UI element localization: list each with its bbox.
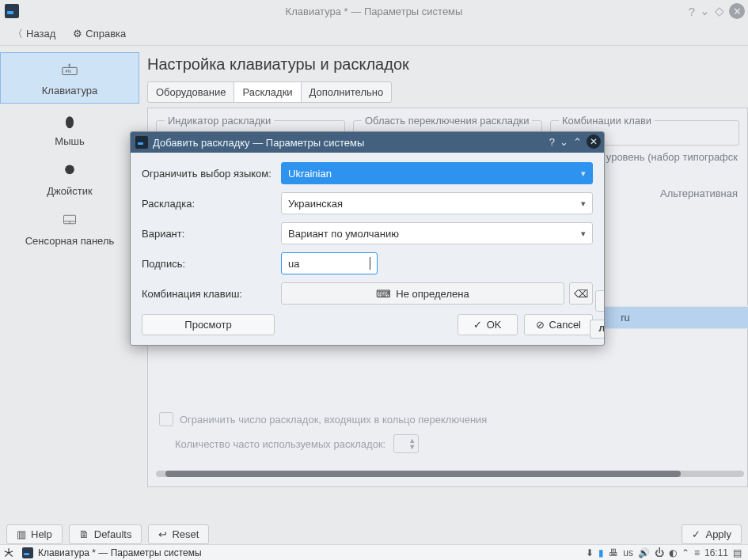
- taskbar-entry[interactable]: Клавиатура * — Параметры системы: [17, 547, 207, 558]
- svg-point-2: [66, 116, 74, 128]
- spinner-arrows-icon: ▲▼: [408, 437, 416, 450]
- tray-menu-icon[interactable]: ≡: [694, 547, 700, 558]
- check-icon: ✓: [692, 528, 701, 540]
- task-app-icon: [22, 547, 33, 558]
- window-titlebar: Клавиатура * — Параметры системы ? ⌄ ◇ ✕: [0, 0, 748, 22]
- dialog-help-icon[interactable]: ?: [549, 136, 555, 148]
- layout-combo[interactable]: Украинская ▾: [281, 192, 593, 214]
- sidebar-item-label: Мышь: [55, 135, 84, 147]
- sidebar-item-label: Джойстик: [47, 185, 92, 197]
- tray-printer-icon[interactable]: 🖶: [609, 547, 618, 558]
- app-icon: [5, 4, 19, 18]
- sidebar-item-label: Сенсорная панель: [25, 235, 115, 247]
- taskbar: Клавиатура * — Параметры системы ⬇ ▮ 🖶 u…: [0, 544, 748, 560]
- sidebar: FN Клавиатура Мышь Джойстик Сенсорная па…: [0, 46, 139, 524]
- chevron-down-icon: ▾: [581, 199, 586, 209]
- tab-layouts[interactable]: Раскладки: [234, 82, 301, 102]
- tray-volume-icon[interactable]: 🔊: [638, 547, 650, 558]
- caption-label: Подпись:: [142, 258, 281, 270]
- tab-hardware[interactable]: Оборудование: [148, 82, 234, 102]
- alt-label: Альтернативная: [660, 187, 738, 199]
- back-button[interactable]: 〈 Назад: [8, 24, 60, 44]
- shortcut-value: Не определена: [396, 288, 469, 300]
- tray-network-icon[interactable]: ⏻: [655, 547, 664, 558]
- language-combo[interactable]: Ukrainian ▾: [281, 162, 593, 184]
- apply-button[interactable]: ✓ Apply: [682, 524, 742, 544]
- tray-layout-indicator[interactable]: us: [623, 547, 633, 558]
- scrollbar-thumb[interactable]: [165, 471, 681, 477]
- close-icon[interactable]: ✕: [729, 3, 745, 19]
- variant-value: Вариант по умолчанию: [288, 228, 399, 240]
- system-tray: ⬇ ▮ 🖶 us 🔊 ⏻ ◐ ⌃ ≡ 16:11 ▤: [579, 547, 748, 558]
- preview-button-fragment[interactable]: отр: [595, 290, 605, 312]
- tray-clock[interactable]: 16:11: [704, 547, 728, 558]
- help-icon[interactable]: ?: [689, 5, 695, 18]
- sidebar-item-keyboard[interactable]: FN Клавиатура: [0, 52, 139, 104]
- task-label: Клавиатура * — Параметры системы: [38, 547, 202, 558]
- tray-update-icon[interactable]: ⬇: [586, 547, 594, 558]
- language-label: Ограничить выбор языком:: [142, 168, 281, 180]
- toolbar: 〈 Назад ⚙ Справка: [0, 22, 748, 46]
- tray-chevron-up-icon[interactable]: ⌃: [682, 547, 689, 558]
- language-value: Ukrainian: [288, 168, 332, 180]
- chevron-left-icon: 〈: [13, 27, 23, 41]
- page-title: Настройка клавиатуры и раскладок: [147, 55, 748, 74]
- dialog-titlebar[interactable]: Добавить раскладку — Параметры системы ?…: [131, 132, 604, 153]
- limit-label: Ограничить число раскладок, входящих в к…: [180, 414, 487, 426]
- cancel-icon: ⊘: [536, 319, 545, 331]
- limit-checkbox[interactable]: [159, 412, 173, 426]
- limit-row: Ограничить число раскладок, входящих в к…: [159, 412, 487, 426]
- reset-button[interactable]: ↩ Reset: [148, 524, 209, 544]
- defaults-button[interactable]: 🗎 Defaults: [69, 524, 142, 544]
- help-label: Справка: [85, 28, 126, 40]
- window-title: Клавиатура * — Параметры системы: [286, 6, 463, 17]
- caption-input[interactable]: ua: [281, 252, 378, 274]
- sidebar-item-label: Клавиатура: [42, 85, 97, 96]
- tab-bar: Оборудование Раскладки Дополнительно: [147, 81, 392, 103]
- text-cursor-icon: [370, 257, 370, 270]
- variant-combo[interactable]: Вариант по умолчанию ▾: [281, 222, 593, 244]
- minimize-icon[interactable]: ⌄: [700, 4, 710, 18]
- sidebar-item-joystick[interactable]: Джойстик: [0, 153, 139, 203]
- chevron-down-icon: ▾: [581, 229, 586, 239]
- tray-panel-icon[interactable]: ▤: [733, 547, 742, 558]
- dialog-close-icon[interactable]: ✕: [587, 134, 601, 149]
- cancel-button[interactable]: ⊘ Cancel: [524, 314, 593, 335]
- count-row: Количество часто используемых раскладок:…: [175, 434, 419, 453]
- clear-shortcut-button[interactable]: ⌫: [569, 282, 593, 305]
- dialog-max-icon[interactable]: ⌃: [573, 136, 582, 148]
- keyboard-icon: ⌨: [376, 288, 391, 300]
- layout-value: Украинская: [288, 198, 343, 210]
- help-button[interactable]: ⚙ Справка: [68, 25, 131, 43]
- preview-button[interactable]: Просмотр: [142, 314, 275, 335]
- kde-menu-icon[interactable]: [0, 545, 17, 561]
- gear-icon: ⚙: [73, 28, 82, 40]
- chevron-down-icon: ▾: [581, 168, 586, 179]
- mouse-icon: [59, 110, 81, 132]
- count-label: Количество часто используемых раскладок:: [175, 438, 385, 450]
- level-label: уровень (набор типографск: [606, 151, 738, 163]
- backspace-icon: ⌫: [574, 288, 588, 300]
- joystick-icon: [59, 160, 81, 182]
- tray-battery-icon[interactable]: ◐: [669, 547, 677, 558]
- ok-button[interactable]: ✓ OK: [458, 314, 518, 335]
- document-icon: 🗎: [79, 528, 89, 540]
- help-book-icon: ▥: [17, 528, 26, 540]
- dialog-title: Добавить раскладку — Параметры системы: [153, 137, 364, 149]
- svg-point-3: [65, 165, 74, 175]
- tab-advanced[interactable]: Дополнительно: [302, 82, 392, 102]
- count-spinner[interactable]: ▲▼: [393, 434, 419, 453]
- check-icon: ✓: [473, 319, 482, 331]
- sidebar-item-touchpad[interactable]: Сенсорная панель: [0, 203, 139, 253]
- sidebar-item-mouse[interactable]: Мышь: [0, 104, 139, 153]
- back-label: Назад: [26, 28, 55, 40]
- tray-clipboard-icon[interactable]: ▮: [598, 547, 604, 558]
- horizontal-scrollbar[interactable]: [156, 471, 744, 482]
- shortcut-button[interactable]: ⌨ Не определена: [281, 282, 564, 305]
- dialog-app-icon: [135, 136, 148, 149]
- undo-icon: ↩: [158, 528, 167, 540]
- maximize-icon[interactable]: ◇: [715, 4, 724, 18]
- help-button-footer[interactable]: ▥ Help: [6, 524, 63, 544]
- shortcut-label: Комбинация клавиш:: [142, 288, 281, 300]
- dialog-min-icon[interactable]: ⌄: [560, 136, 568, 148]
